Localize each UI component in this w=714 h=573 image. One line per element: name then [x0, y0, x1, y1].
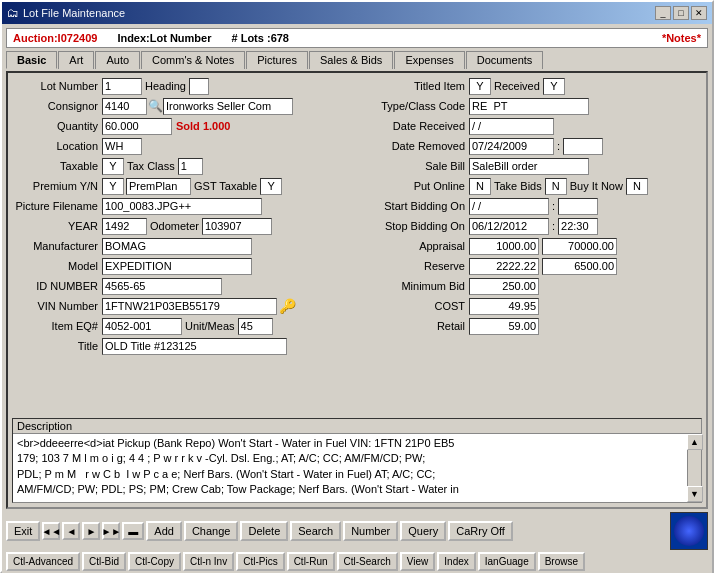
change-button[interactable]: Change [184, 521, 239, 541]
date-removed-label: Date Removed [359, 140, 469, 152]
ctl-advanced-button[interactable]: Ctl-Advanced [6, 552, 80, 571]
year-field[interactable] [102, 218, 147, 235]
vin-number-row: VIN Number 🔑 [12, 297, 355, 315]
delete-button[interactable]: Delete [240, 521, 288, 541]
manufacturer-field[interactable] [102, 238, 252, 255]
take-bids-field[interactable]: N [545, 178, 567, 195]
lot-number-field[interactable] [102, 78, 142, 95]
taxable-field[interactable]: Y [102, 158, 124, 175]
lots-info: # Lots :678 [232, 32, 289, 44]
picture-filename-field[interactable] [102, 198, 262, 215]
retail-field[interactable] [469, 318, 539, 335]
taxable-row: Taxable Y Tax Class [12, 157, 355, 175]
quantity-field[interactable] [102, 118, 172, 135]
scroll-up-icon[interactable]: ▲ [687, 434, 703, 450]
cost-field[interactable] [469, 298, 539, 315]
model-row: Model [12, 257, 355, 275]
model-label: Model [12, 260, 102, 272]
put-online-field[interactable]: N [469, 178, 491, 195]
tab-expenses[interactable]: Expenses [394, 51, 464, 69]
ctl-search-button[interactable]: Ctl-Search [337, 552, 398, 571]
close-button[interactable]: ✕ [691, 6, 707, 20]
manufacturer-row: Manufacturer [12, 237, 355, 255]
reserve-field[interactable] [469, 258, 539, 275]
search-button[interactable]: Search [290, 521, 341, 541]
received-field[interactable]: Y [543, 78, 565, 95]
date-removed-field[interactable] [469, 138, 554, 155]
title-field[interactable] [102, 338, 287, 355]
take-bids-label: Take Bids [491, 180, 545, 192]
date-removed-time-field[interactable] [563, 138, 603, 155]
query-button[interactable]: Query [400, 521, 446, 541]
date-received-field[interactable] [469, 118, 554, 135]
add-button[interactable]: Add [146, 521, 182, 541]
tax-class-label: Tax Class [124, 160, 178, 172]
description-content[interactable]: <br>ddeeerre<d>iat Pickup (Bank Repo) Wo… [13, 434, 687, 502]
record-button[interactable]: ▬ [122, 522, 144, 540]
number-button[interactable]: Number [343, 521, 398, 541]
retail-row: Retail [359, 317, 702, 335]
start-bidding-date-field[interactable] [469, 198, 549, 215]
description-scrollbar[interactable]: ▲ ▼ [687, 434, 701, 502]
tab-auto[interactable]: Auto [95, 51, 140, 69]
consignor-name-field[interactable] [163, 98, 293, 115]
location-field[interactable] [102, 138, 142, 155]
appraisal-field[interactable] [469, 238, 539, 255]
tab-art[interactable]: Art [58, 51, 94, 69]
tab-basic[interactable]: Basic [6, 51, 57, 69]
first-button[interactable]: ◄◄ [42, 522, 60, 540]
tab-documents[interactable]: Documents [466, 51, 544, 69]
heading-checkbox[interactable] [189, 78, 209, 95]
model-field[interactable] [102, 258, 252, 275]
item-eq-field[interactable] [102, 318, 182, 335]
reserve-field2[interactable] [542, 258, 617, 275]
stop-bidding-label: Stop Bidding On [359, 220, 469, 232]
ctl-pics-button[interactable]: Ctl-Pics [236, 552, 284, 571]
exit-button[interactable]: Exit [6, 521, 40, 541]
minimum-bid-field[interactable] [469, 278, 539, 295]
lot-number-label: Lot Number [12, 80, 102, 92]
index-button[interactable]: Index [437, 552, 475, 571]
type-class-row: Type/Class Code [359, 97, 702, 115]
titled-item-field[interactable]: Y [469, 78, 491, 95]
year-row: YEAR Odometer [12, 217, 355, 235]
buy-it-now-field[interactable]: N [626, 178, 648, 195]
type-class-field[interactable] [469, 98, 589, 115]
sale-bill-field[interactable] [469, 158, 589, 175]
tab-comms[interactable]: Comm's & Notes [141, 51, 245, 69]
id-number-field[interactable] [102, 278, 222, 295]
browse-button[interactable]: Browse [538, 552, 585, 571]
prem-plan-field[interactable] [126, 178, 191, 195]
last-button[interactable]: ►► [102, 522, 120, 540]
prev-button[interactable]: ◄ [62, 522, 80, 540]
odometer-field[interactable] [202, 218, 272, 235]
stop-bidding-time-field[interactable] [558, 218, 598, 235]
next-button[interactable]: ► [82, 522, 100, 540]
ctl-bid-button[interactable]: Ctl-Bid [82, 552, 126, 571]
stop-bidding-date-field[interactable] [469, 218, 549, 235]
gst-taxable-field[interactable]: Y [260, 178, 282, 195]
sale-bill-label: Sale Bill [359, 160, 469, 172]
scroll-down-icon[interactable]: ▼ [687, 486, 703, 502]
vin-icon[interactable]: 🔑 [279, 298, 296, 314]
unit-meas-field[interactable] [238, 318, 273, 335]
vin-number-field[interactable] [102, 298, 277, 315]
premium-yn-field[interactable]: Y [102, 178, 124, 195]
ctl-run-button[interactable]: Ctl-Run [287, 552, 335, 571]
carry-off-button[interactable]: CaRry Off [448, 521, 513, 541]
minimum-bid-row: Minimum Bid [359, 277, 702, 295]
ctl-copy-button[interactable]: Ctl-Copy [128, 552, 181, 571]
consignor-field[interactable] [102, 98, 147, 115]
language-button[interactable]: IanGuage [478, 552, 536, 571]
consignor-search-icon[interactable]: 🔍 [147, 98, 163, 114]
main-content: Lot Number Heading Consignor 🔍 [6, 71, 708, 509]
tab-sales[interactable]: Sales & Bids [309, 51, 393, 69]
tax-class-field[interactable] [178, 158, 203, 175]
appraisal-field2[interactable] [542, 238, 617, 255]
tab-pictures[interactable]: Pictures [246, 51, 308, 69]
maximize-button[interactable]: □ [673, 6, 689, 20]
start-bidding-time-field[interactable] [558, 198, 598, 215]
minimize-button[interactable]: _ [655, 6, 671, 20]
ctl-n-inv-button[interactable]: Ctl-n Inv [183, 552, 234, 571]
view-button[interactable]: View [400, 552, 436, 571]
